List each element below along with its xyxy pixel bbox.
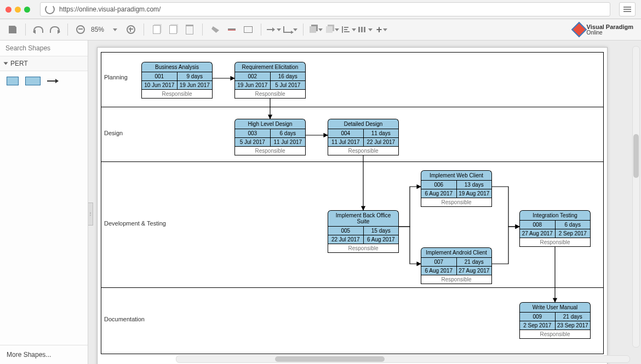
separator [144, 24, 144, 36]
close-icon[interactable] [5, 7, 12, 13]
node-id: 005 [328, 226, 364, 235]
paste-button[interactable] [166, 22, 180, 37]
zoom-out-icon [76, 25, 85, 34]
pert-node-n4[interactable]: Detailed Design00411 days11 Jul 201722 J… [328, 119, 399, 155]
separator [202, 24, 203, 36]
maximize-icon[interactable] [24, 7, 30, 13]
delete-button[interactable] [182, 22, 197, 37]
save-button[interactable] [5, 22, 20, 37]
chevron-down-icon [113, 28, 117, 31]
node-end: 6 Aug 2017 [364, 235, 399, 244]
node-end: 19 Jun 2017 [178, 81, 213, 90]
bring-front-icon [310, 26, 316, 33]
chevron-down-icon [335, 28, 339, 31]
canvas-scroll[interactable]: PlanningDesignDevelopment & TestingDocum… [88, 41, 641, 364]
pert-node-n2[interactable]: Requirement Elicitation00216 days19 Jun … [234, 62, 306, 99]
undo-button[interactable] [31, 22, 45, 37]
app-body: PERT More Shapes... ⋮ [0, 41, 641, 364]
search-input[interactable] [4, 44, 89, 53]
node-responsible: Responsible [421, 198, 492, 207]
url-bar[interactable]: https://online.visual-paradigm.com/ [40, 2, 610, 16]
brand-logo[interactable]: Visual ParadigmOnline [574, 24, 636, 36]
trash-icon [186, 25, 193, 34]
minimize-icon[interactable] [15, 7, 21, 13]
zoom-in-icon [127, 25, 135, 34]
shape-pert-detailed[interactable] [25, 77, 41, 85]
pert-node-n3[interactable]: High Level Design0036 days5 Jul 201711 J… [234, 119, 306, 155]
chevron-down-icon [293, 28, 297, 31]
fill-button[interactable] [208, 22, 222, 37]
zoom-out-button[interactable] [73, 22, 88, 37]
zoom-dropdown[interactable] [107, 22, 122, 37]
redo-button[interactable] [48, 22, 62, 37]
zoom-in-button[interactable] [124, 22, 138, 37]
pert-node-n5[interactable]: Implement Back Office Suite00515 days22 … [328, 210, 399, 253]
swimlane-label: Documentation [104, 316, 145, 322]
node-id: 007 [421, 257, 457, 267]
distribute-button[interactable] [358, 22, 373, 37]
pert-node-n7[interactable]: Implement Android Client00721 days6 Aug … [421, 247, 492, 284]
route-icon [283, 26, 291, 33]
group-button[interactable] [325, 22, 340, 37]
chevron-down-icon [277, 28, 281, 31]
node-end: 5 Jul 2017 [271, 81, 306, 90]
node-duration: 13 days [457, 180, 493, 189]
shape-connector[interactable] [47, 80, 58, 82]
node-title: High Level Design [234, 119, 306, 129]
connector-style-button[interactable] [267, 22, 281, 37]
browser-menu-button[interactable] [619, 2, 636, 16]
separator [261, 24, 261, 36]
pert-node-n8[interactable]: Integration Testing0086 days27 Aug 20172… [519, 210, 591, 247]
node-responsible: Responsible [234, 147, 306, 155]
to-front-button[interactable] [309, 22, 323, 37]
node-responsible: Responsible [141, 90, 213, 99]
paste-icon [169, 25, 177, 34]
line-color-button[interactable] [225, 22, 239, 37]
add-button[interactable]: + [375, 22, 389, 37]
hamburger-icon [623, 9, 631, 10]
node-responsible: Responsible [234, 90, 306, 99]
horizontal-scrollbar[interactable] [176, 355, 630, 363]
separator [25, 24, 26, 36]
node-start: 6 Aug 2017 [421, 189, 457, 198]
chevron-down-icon [368, 28, 373, 31]
node-title: Implement Android Client [421, 247, 492, 257]
diagram-page[interactable]: PlanningDesignDevelopment & TestingDocum… [97, 47, 608, 364]
chevron-down-icon [383, 28, 387, 31]
pert-node-n9[interactable]: Write User Manual00921 days2 Sep 201723 … [519, 302, 591, 339]
fill-icon [211, 26, 219, 33]
node-title: Write User Manual [519, 302, 591, 312]
node-duration: 11 days [364, 129, 399, 138]
node-responsible: Responsible [328, 147, 399, 155]
swimlane-label: Design [104, 130, 123, 136]
copy-button[interactable] [150, 22, 164, 37]
node-duration: 15 days [364, 226, 399, 235]
pert-node-n1[interactable]: Business Analysis0019 days10 Jun 201719 … [141, 62, 213, 99]
node-start: 10 Jun 2017 [141, 81, 178, 90]
search-shapes[interactable] [0, 41, 88, 56]
pert-node-n6[interactable]: Implement Web Client00613 days6 Aug 2017… [421, 170, 492, 207]
shape-pert-task[interactable] [7, 77, 19, 85]
url-text: https://online.visual-paradigm.com/ [59, 5, 161, 13]
arrow-icon [267, 29, 274, 30]
vertical-scrollbar[interactable] [632, 46, 640, 348]
separator [303, 24, 304, 36]
browser-titlebar: https://online.visual-paradigm.com/ [0, 0, 641, 19]
reload-icon[interactable] [45, 4, 55, 14]
category-pert[interactable]: PERT [0, 56, 88, 71]
routing-button[interactable] [283, 22, 297, 37]
node-end: 11 Jul 2017 [271, 138, 306, 147]
more-shapes-button[interactable]: More Shapes... [0, 345, 88, 364]
shape-palette [0, 71, 88, 91]
zoom-value[interactable]: 85% [90, 26, 105, 33]
node-id: 003 [234, 129, 271, 138]
chevron-down-icon [4, 62, 8, 65]
node-responsible: Responsible [421, 275, 492, 284]
scrollbar-thumb[interactable] [275, 356, 385, 362]
shape-button[interactable] [241, 22, 255, 37]
node-end: 22 Jul 2017 [364, 138, 399, 147]
group-icon [326, 26, 333, 33]
scrollbar-thumb[interactable] [633, 134, 639, 178]
align-icon [342, 26, 350, 33]
align-button[interactable] [342, 22, 356, 37]
